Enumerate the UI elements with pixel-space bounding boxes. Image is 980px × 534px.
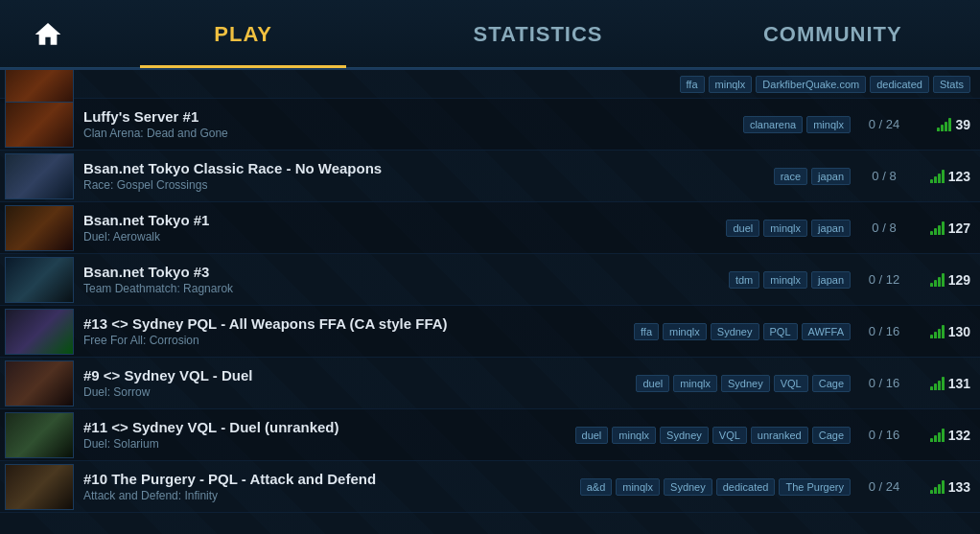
score-number: 39 bbox=[955, 117, 970, 132]
score-number: 133 bbox=[948, 479, 970, 495]
server-name: #11 <> Sydney VQL - Duel (unranked) bbox=[83, 419, 568, 435]
server-name: Bsan.net Tokyo #1 bbox=[83, 212, 718, 228]
server-tag: Sydney bbox=[721, 375, 770, 392]
server-info: #10 The Purgery - PQL - Attack and Defen… bbox=[83, 471, 580, 502]
server-map: Duel: Sorrow bbox=[83, 385, 628, 399]
server-tag: AWFFA bbox=[802, 323, 851, 340]
server-tag: dedicated bbox=[716, 478, 776, 496]
server-players: 0 / 24 bbox=[851, 117, 918, 131]
server-tag: minqlx bbox=[763, 271, 807, 289]
score-number: 131 bbox=[948, 376, 970, 391]
nav-statistics-label: STATISTICS bbox=[473, 22, 602, 47]
nav-community[interactable]: COMMUNITY bbox=[686, 0, 980, 68]
server-score: 131 bbox=[918, 376, 970, 391]
server-tag: minqlx bbox=[616, 478, 660, 496]
server-map: Duel: Aerowalk bbox=[83, 230, 718, 244]
server-row[interactable]: #13 <> Sydney PQL - All Weapons FFA (CA … bbox=[0, 306, 980, 358]
server-tag: duel bbox=[636, 375, 669, 392]
server-thumbnail bbox=[5, 153, 74, 199]
server-list-container: ffaminqlxDarkfiberQuake.comdedicatedStat… bbox=[0, 70, 980, 534]
signal-bar-icon bbox=[937, 118, 951, 131]
nav-play[interactable]: PLAY bbox=[96, 0, 390, 68]
server-thumbnail bbox=[5, 412, 74, 458]
server-thumbnail bbox=[5, 257, 74, 303]
server-tag: race bbox=[774, 168, 807, 185]
nav-play-label: PLAY bbox=[214, 22, 272, 47]
server-score: 132 bbox=[918, 428, 970, 443]
server-tag: PQL bbox=[763, 323, 798, 340]
server-row-partial[interactable]: ffaminqlxDarkfiberQuake.comdedicatedStat… bbox=[0, 70, 980, 99]
server-map: Race: Gospel Crossings bbox=[83, 178, 766, 192]
server-info: Bsan.net Tokyo #3Team Deathmatch: Ragnar… bbox=[83, 264, 729, 295]
server-row[interactable]: Bsan.net Tokyo #3Team Deathmatch: Ragnar… bbox=[0, 254, 980, 306]
server-tag: minqlx bbox=[612, 427, 656, 444]
server-row[interactable]: #9 <> Sydney VQL - DuelDuel: Sorrowduelm… bbox=[0, 358, 980, 409]
server-players: 0 / 8 bbox=[851, 169, 918, 183]
server-tag: The Purgery bbox=[779, 478, 851, 496]
server-row[interactable]: Bsan.net Tokyo #1Duel: Aerowalkduelminql… bbox=[0, 202, 980, 254]
server-tag: Cage bbox=[812, 375, 851, 392]
server-tags: a&dminqlxSydneydedicatedThe Purgery bbox=[580, 478, 851, 496]
server-tags: duelminqlxSydneyVQLunrankedCage bbox=[575, 427, 851, 444]
signal-bar-icon bbox=[930, 429, 945, 442]
server-score: 127 bbox=[918, 221, 970, 236]
server-thumbnail bbox=[5, 205, 74, 251]
nav-community-label: COMMUNITY bbox=[763, 22, 902, 47]
server-tags: ffaminqlxDarkfiberQuake.comdedicatedStat… bbox=[680, 76, 971, 93]
server-tags: racejapan bbox=[774, 168, 851, 185]
server-tags: duelminqlxjapan bbox=[726, 220, 851, 237]
server-map: Attack and Defend: Infinity bbox=[83, 489, 572, 502]
server-row[interactable]: Bsan.net Tokyo Classic Race - No Weapons… bbox=[0, 151, 980, 202]
score-number: 129 bbox=[948, 272, 970, 288]
score-number: 123 bbox=[948, 169, 970, 184]
server-name: #10 The Purgery - PQL - Attack and Defen… bbox=[83, 471, 572, 487]
server-info: #9 <> Sydney VQL - DuelDuel: Sorrow bbox=[83, 367, 636, 399]
server-row[interactable]: #11 <> Sydney VQL - Duel (unranked)Duel:… bbox=[0, 409, 980, 461]
server-tag: japan bbox=[811, 271, 851, 289]
signal-bar-icon bbox=[930, 480, 945, 494]
server-thumbnail bbox=[5, 102, 74, 148]
server-players: 0 / 12 bbox=[851, 272, 918, 287]
server-name: Bsan.net Tokyo #3 bbox=[83, 264, 721, 280]
server-map: Team Deathmatch: Ragnarok bbox=[83, 282, 721, 295]
server-tags: clanarenaminqlx bbox=[743, 116, 851, 133]
score-number: 132 bbox=[948, 428, 970, 443]
server-tags: tdmminqlxjapan bbox=[729, 271, 851, 289]
server-tag: Sydney bbox=[664, 478, 712, 496]
signal-bar-icon bbox=[930, 325, 945, 338]
home-button[interactable] bbox=[0, 0, 96, 68]
server-tags: ffaminqlxSydneyPQLAWFFA bbox=[634, 323, 851, 340]
server-tag: Sydney bbox=[711, 323, 759, 340]
server-map: Duel: Solarium bbox=[83, 437, 568, 451]
server-tag: duel bbox=[726, 220, 759, 237]
server-row[interactable]: #10 The Purgery - PQL - Attack and Defen… bbox=[0, 461, 980, 513]
signal-bar-icon bbox=[930, 377, 945, 390]
server-tag: Stats bbox=[933, 76, 970, 93]
server-tag: minqlx bbox=[763, 220, 807, 237]
server-map: Free For All: Corrosion bbox=[83, 334, 626, 347]
server-players: 0 / 8 bbox=[851, 221, 918, 235]
server-players: 0 / 16 bbox=[851, 324, 918, 338]
server-tag: tdm bbox=[729, 271, 759, 289]
signal-bar-icon bbox=[930, 170, 945, 183]
server-tags: duelminqlxSydneyVQLCage bbox=[636, 375, 851, 392]
server-tag: minqlx bbox=[806, 116, 851, 133]
server-name: Luffy's Server #1 bbox=[83, 108, 735, 125]
server-thumbnail bbox=[5, 309, 74, 355]
server-info: #11 <> Sydney VQL - Duel (unranked)Duel:… bbox=[83, 419, 575, 451]
server-players: 0 / 16 bbox=[851, 428, 918, 442]
server-tag: minqlx bbox=[663, 323, 707, 340]
server-tag: a&d bbox=[580, 478, 613, 496]
server-score: 123 bbox=[918, 169, 970, 184]
server-name: Bsan.net Tokyo Classic Race - No Weapons bbox=[83, 160, 766, 176]
server-name: #13 <> Sydney PQL - All Weapons FFA (CA … bbox=[83, 315, 626, 332]
server-info: Luffy's Server #1Clan Arena: Dead and Go… bbox=[83, 108, 743, 140]
server-tag: DarkfiberQuake.com bbox=[756, 76, 866, 93]
nav-statistics[interactable]: STATISTICS bbox=[390, 0, 685, 68]
score-number: 130 bbox=[948, 324, 970, 339]
server-row[interactable]: Luffy's Server #1Clan Arena: Dead and Go… bbox=[0, 99, 980, 151]
server-info: Bsan.net Tokyo Classic Race - No Weapons… bbox=[83, 160, 774, 192]
server-info: #13 <> Sydney PQL - All Weapons FFA (CA … bbox=[83, 315, 634, 347]
server-tag: unranked bbox=[751, 427, 808, 444]
server-list: ffaminqlxDarkfiberQuake.comdedicatedStat… bbox=[0, 70, 980, 513]
